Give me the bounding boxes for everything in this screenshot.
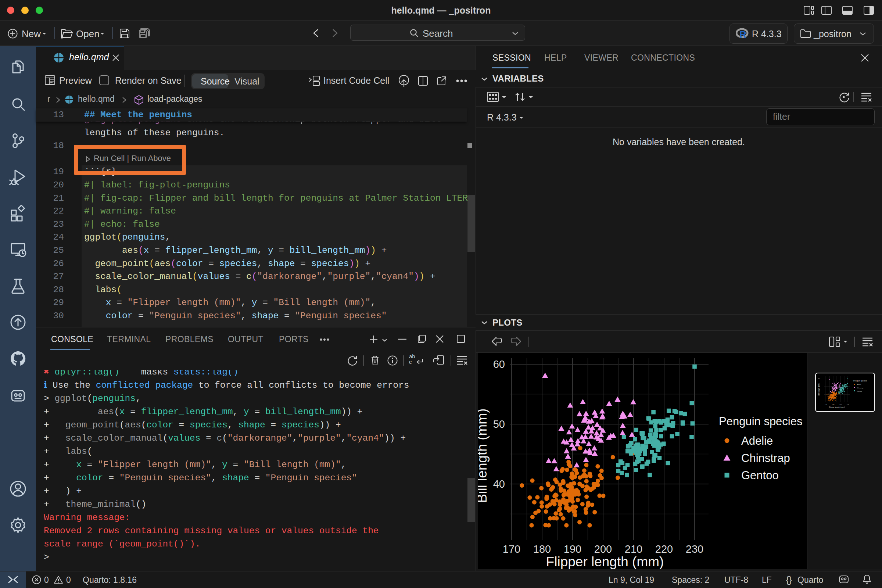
svg-text:Adelie: Adelie bbox=[741, 434, 773, 447]
svg-text:Penguin species: Penguin species bbox=[854, 380, 867, 382]
svg-text:210: 210 bbox=[625, 543, 642, 555]
svg-text:40: 40 bbox=[493, 478, 505, 490]
svg-text:230: 230 bbox=[686, 543, 704, 555]
svg-text:220: 220 bbox=[655, 543, 673, 555]
svg-text:Flipper length (mm): Flipper length (mm) bbox=[546, 554, 664, 569]
svg-text:Bill length (mm): Bill length (mm) bbox=[478, 409, 489, 503]
svg-text:Penguin species: Penguin species bbox=[719, 415, 802, 428]
svg-text:170: 170 bbox=[503, 543, 520, 555]
svg-text:Chinstrap: Chinstrap bbox=[741, 452, 790, 465]
svg-text:Adelie: Adelie bbox=[857, 384, 861, 386]
svg-text:170: 170 bbox=[825, 404, 827, 405]
svg-text:Flipper length (mm): Flipper length (mm) bbox=[829, 406, 845, 408]
svg-text:210: 210 bbox=[839, 404, 842, 405]
svg-text:180: 180 bbox=[533, 543, 551, 555]
svg-text:R: R bbox=[740, 29, 746, 39]
svg-text:50: 50 bbox=[493, 418, 505, 430]
svg-text:200: 200 bbox=[594, 543, 612, 555]
svg-text:60: 60 bbox=[493, 358, 505, 370]
svg-text:190: 190 bbox=[832, 404, 835, 405]
svg-text:60: 60 bbox=[818, 377, 820, 379]
svg-text:Gentoo: Gentoo bbox=[857, 390, 862, 392]
svg-text:Gentoo: Gentoo bbox=[741, 469, 779, 482]
svg-text:Chinstrap: Chinstrap bbox=[857, 387, 864, 389]
svg-text:230: 230 bbox=[847, 404, 849, 405]
svg-text:190: 190 bbox=[564, 543, 581, 555]
svg-text:Bill length (mm): Bill length (mm) bbox=[818, 382, 820, 395]
